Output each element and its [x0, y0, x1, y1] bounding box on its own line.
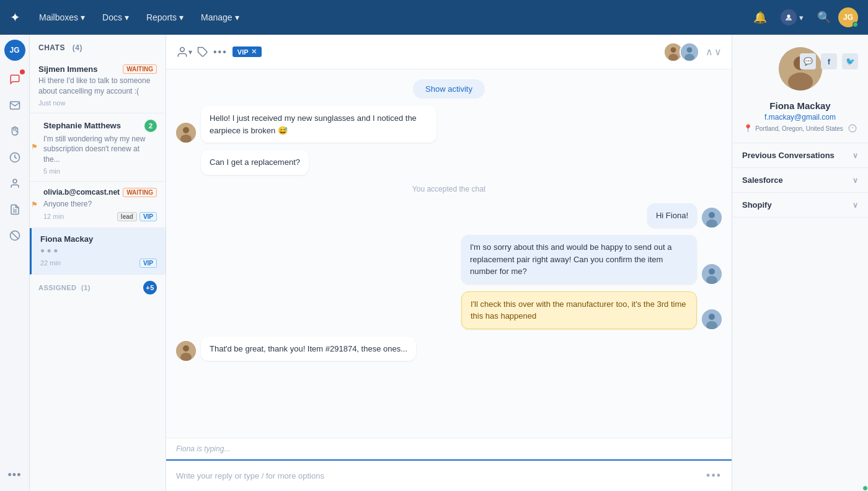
flag-icon: ⚑	[31, 143, 38, 151]
message-row-3: Hi Fiona!	[176, 203, 722, 228]
accordion-shopify: Shopify ∨	[732, 193, 868, 218]
accordion-header-shopify[interactable]: Shopify ∨	[732, 193, 868, 217]
right-panel: 💬 f 🐦 Fiona Mackay f.mackay@gmail.com 📍 …	[732, 35, 868, 491]
top-navigation: ✦ Mailboxes ▾ Docs ▾ Reports ▾ Manage ▾ …	[0, 0, 868, 35]
notifications-icon[interactable]: 🔔	[753, 11, 767, 24]
message-avatar-3	[176, 341, 196, 361]
message-row-5: I'll check this over with the manufactur…	[176, 291, 722, 329]
svg-point-14	[684, 53, 694, 61]
svg-point-28	[183, 345, 189, 352]
more-options-button[interactable]: •••	[213, 46, 228, 58]
message-bubble-2: Can I get a replacement?	[201, 150, 309, 175]
chevron-down-icon: ∨	[852, 176, 858, 185]
svg-point-19	[709, 212, 715, 218]
sidebar-item-notes[interactable]	[4, 198, 26, 221]
sidebar-item-inbox[interactable]	[4, 94, 26, 117]
nav-mailboxes[interactable]: Mailboxes ▾	[33, 9, 91, 26]
message-bubble-5: I'll check this over with the manufactur…	[461, 291, 697, 329]
next-chat-button[interactable]: ∨	[714, 46, 722, 58]
accordion-salesforce: Salesforce ∨	[732, 168, 868, 193]
contact-location: 📍 Portland, Oregon, United States	[743, 124, 857, 133]
sidebar-more-button[interactable]: •••	[4, 464, 26, 486]
message-row-4: I'm so sorry about this and would be hap…	[176, 235, 722, 284]
message-bubble-4: I'm so sorry about this and would be hap…	[461, 235, 697, 284]
message-bubble-6: That'd be great, thank you! Item #291874…	[201, 337, 416, 361]
facebook-social-icon[interactable]: f	[821, 53, 837, 69]
search-icon[interactable]: 🔍	[817, 11, 831, 24]
prev-chat-button[interactable]: ∧	[706, 46, 713, 58]
assigned-count-badge: +5	[143, 281, 157, 294]
main-layout: JG ••• CHATS (4)	[0, 35, 868, 491]
sidebar-item-person[interactable]	[4, 172, 26, 195]
message-bubble-1: Hello! I just received my new sunglasses…	[201, 106, 436, 143]
chevron-down-icon: ∨	[852, 201, 858, 210]
chat-item-fiona[interactable]: Fiona Mackay ● ● ● 22 min VIP	[30, 228, 166, 275]
user-avatar[interactable]: JG	[838, 7, 858, 27]
svg-point-10	[671, 47, 676, 53]
chat-list-panel: CHATS (4) Sijmen Immens WAITING Hi there…	[30, 35, 166, 491]
chat-list-header: CHATS (4)	[30, 35, 166, 58]
vip-remove-button[interactable]: ✕	[251, 48, 257, 56]
sidebar-user-avatar[interactable]: JG	[4, 40, 25, 61]
chat-participants	[663, 42, 699, 62]
chevron-down-icon: ∨	[852, 151, 858, 160]
svg-point-22	[709, 268, 715, 275]
contact-social-links: 💬 f 🐦	[800, 53, 858, 69]
svg-point-2	[13, 179, 17, 183]
assigned-section-label: ASSIGNED (1) +5	[30, 275, 166, 298]
workspace-switcher[interactable]: ▾	[774, 6, 810, 29]
chat-header: ▾ ••• VIP ✕	[166, 35, 732, 69]
message-avatar-agent-2	[702, 264, 722, 284]
chat-main: ▾ ••• VIP ✕	[166, 35, 732, 491]
svg-point-11	[668, 53, 678, 61]
show-activity-button[interactable]: Show activity	[413, 79, 485, 99]
messages-area: Show activity Hello! I just received my …	[166, 69, 732, 438]
chat-social-icon[interactable]: 💬	[800, 53, 816, 69]
message-row-2: Can I get a replacement?	[176, 150, 722, 175]
message-avatar-agent-1	[702, 208, 722, 228]
svg-line-6	[11, 232, 18, 239]
svg-point-0	[787, 15, 790, 18]
vip-tag: VIP ✕	[232, 46, 262, 57]
twitter-social-icon[interactable]: 🐦	[842, 53, 858, 69]
chat-item-sijmen[interactable]: Sijmen Immens WAITING Hi there I'd like …	[30, 58, 166, 113]
message-avatar-agent-3	[702, 309, 722, 329]
logo-icon[interactable]: ✦	[10, 10, 20, 25]
system-message-accepted: You accepted the chat	[176, 185, 722, 193]
svg-point-25	[709, 314, 715, 320]
contact-name: Fiona Mackay	[769, 100, 830, 111]
contact-header: 💬 f 🐦 Fiona Mackay f.mackay@gmail.com 📍 …	[732, 35, 868, 143]
reply-input[interactable]	[176, 471, 701, 480]
info-icon[interactable]	[848, 124, 857, 133]
sidebar-item-raise-hand[interactable]	[4, 120, 26, 143]
accordion-header-salesforce[interactable]: Salesforce ∨	[732, 168, 868, 192]
typing-indicator: Fiona is typing...	[166, 438, 732, 459]
assign-button[interactable]: ▾	[176, 46, 192, 58]
sidebar-item-chat[interactable]	[4, 68, 26, 91]
nav-manage[interactable]: Manage ▾	[195, 9, 246, 26]
contact-email[interactable]: f.mackay@gmail.com	[764, 113, 836, 122]
accordion-header-prev-conversations[interactable]: Previous Conversations ∨	[732, 143, 868, 167]
accordion-previous-conversations: Previous Conversations ∨	[732, 143, 868, 168]
sidebar-item-clock[interactable]	[4, 146, 26, 169]
reply-more-options[interactable]: •••	[706, 469, 722, 482]
svg-point-13	[687, 47, 693, 53]
nav-docs[interactable]: Docs ▾	[96, 9, 135, 26]
svg-point-32	[788, 73, 813, 91]
label-button[interactable]	[197, 46, 208, 58]
left-sidebar: JG •••	[0, 35, 30, 491]
sidebar-item-block[interactable]	[4, 224, 26, 247]
svg-point-7	[180, 47, 185, 51]
chat-item-olivia[interactable]: ⚑ olivia.b@comcast.net WAITING Anyone th…	[30, 182, 166, 228]
message-row-6: That'd be great, thank you! Item #291874…	[176, 337, 722, 361]
flag-icon: ⚑	[31, 200, 38, 209]
message-row-1: Hello! I just received my new sunglasses…	[176, 106, 722, 143]
nav-reports[interactable]: Reports ▾	[140, 9, 190, 26]
message-bubble-3: Hi Fiona!	[647, 203, 697, 228]
message-avatar-1	[176, 123, 196, 143]
reply-box: •••	[166, 459, 732, 491]
participant-avatar-2	[680, 42, 699, 62]
chat-item-stephanie[interactable]: ⚑ Stephanie Matthews 2 I'm still wonderi…	[30, 113, 166, 182]
location-icon: 📍	[743, 124, 753, 133]
svg-point-16	[183, 127, 189, 133]
